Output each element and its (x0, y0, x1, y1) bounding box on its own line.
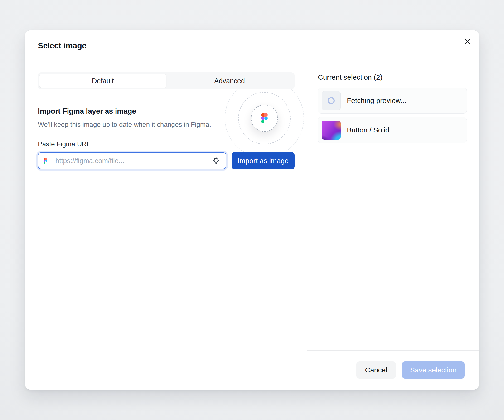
gradient-thumbnail (322, 121, 341, 140)
url-row: Import as image (38, 152, 294, 169)
close-button[interactable] (461, 35, 474, 48)
selection-pane: Current selection (2) Fetching preview..… (307, 61, 479, 390)
spinner-icon (328, 97, 335, 104)
dialog-header: Select image (25, 30, 479, 61)
selection-item-fetching[interactable]: Fetching preview... (318, 87, 467, 114)
save-selection-button[interactable]: Save selection (402, 361, 465, 379)
figma-url-field-wrap (38, 152, 226, 169)
select-image-dialog: Select image (25, 30, 479, 390)
cancel-button[interactable]: Cancel (356, 361, 396, 379)
loading-thumbnail (322, 91, 341, 110)
import-pane: Default Advanced Import Figma layer as i… (25, 61, 307, 390)
selection-item-button-solid[interactable]: Button / Solid (318, 117, 467, 143)
figma-url-input[interactable] (38, 152, 226, 169)
import-heading: Import Figma layer as image (38, 107, 294, 116)
current-selection-heading: Current selection (2) (318, 73, 467, 81)
tab-default[interactable]: Default (39, 74, 166, 88)
dialog-footer: Cancel Save selection (307, 350, 479, 390)
import-description: We’ll keep this image up to date when it… (38, 121, 294, 128)
import-section: Import Figma layer as image We’ll keep t… (38, 107, 294, 169)
dialog-body: Default Advanced Import Figma layer as i… (25, 61, 479, 390)
text-cursor (53, 156, 53, 165)
tab-bar: Default Advanced (38, 72, 294, 89)
import-as-image-button[interactable]: Import as image (232, 152, 294, 169)
dialog-title: Select image (38, 41, 86, 50)
tab-advanced[interactable]: Advanced (166, 74, 293, 88)
hint-button[interactable] (211, 155, 222, 166)
selection-item-label: Button / Solid (347, 126, 389, 134)
figma-logo-icon-small (43, 158, 47, 164)
lightbulb-icon (211, 156, 221, 165)
selection-item-label: Fetching preview... (347, 97, 406, 105)
close-icon (464, 37, 471, 45)
figma-url-label: Paste Figma URL (38, 140, 294, 148)
